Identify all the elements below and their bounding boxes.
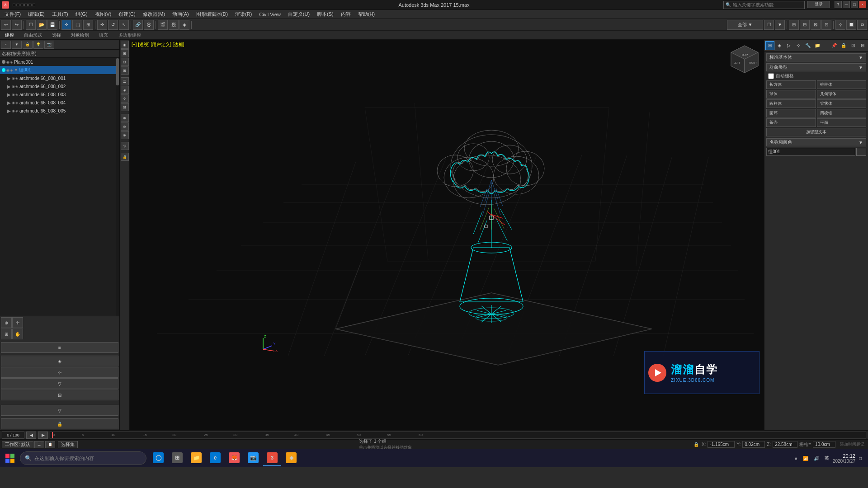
taskbar-app-firefox[interactable]: 🦊 <box>225 450 243 466</box>
type-teapot[interactable]: 茶壶 <box>766 118 816 127</box>
type-cone[interactable]: 锥柱体 <box>817 80 867 89</box>
restore-btn[interactable]: □ <box>851 1 858 8</box>
menu-file[interactable]: 文件(F) <box>1 10 24 19</box>
panel-tab-hierarchy[interactable]: ⊹ <box>794 41 803 50</box>
select-region-btn[interactable]: ⬚ <box>72 20 82 30</box>
tool-lock[interactable]: 🔒 <box>1 418 118 429</box>
tool-select[interactable]: ⊕ <box>1 317 12 328</box>
mode-populate[interactable]: 填充 <box>96 31 111 39</box>
tool-pan[interactable]: ✋ <box>12 328 23 339</box>
menu-render[interactable]: 渲染(R) <box>231 10 255 19</box>
workspace-btn1[interactable]: ☰ <box>34 441 44 448</box>
rotate-btn[interactable]: ↺ <box>108 20 118 30</box>
menu-modifier[interactable]: 修改器(M) <box>139 10 169 19</box>
strip-btn11[interactable]: ⊗ <box>121 131 129 139</box>
select-window-btn[interactable]: ⊞ <box>83 20 93 30</box>
mode-freeform[interactable]: 自由形式 <box>21 31 45 39</box>
close-btn[interactable]: × <box>859 1 866 8</box>
type-pyramid[interactable]: 四棱锥 <box>817 109 867 117</box>
taskbar-app-3dsmax[interactable]: 3 <box>263 450 281 466</box>
type-tube[interactable]: 管状体 <box>817 99 867 108</box>
coord-sys-btn[interactable]: ⊹ <box>835 20 845 30</box>
tree-item-arch001[interactable]: ▶ ◉ ◈ archmodel66_008_001 <box>0 74 119 82</box>
scene-scrollbar-thumb[interactable] <box>116 58 119 85</box>
type-box[interactable]: 长方体 <box>766 80 816 89</box>
tree-item-plane001[interactable]: ◉ ◈ Plane001 <box>0 58 119 66</box>
view-layout-1[interactable]: ⊞ <box>789 20 799 30</box>
strip-btn10[interactable]: ⊘ <box>121 122 129 131</box>
snap-btn[interactable]: 🔲 <box>846 20 856 30</box>
menu-animation[interactable]: 动画(A) <box>169 10 193 19</box>
redo-btn[interactable]: ↪ <box>12 20 22 30</box>
render-btn[interactable]: 🎬 <box>158 20 168 30</box>
strip-btn6[interactable]: ◈ <box>121 86 129 94</box>
taskbar-search[interactable]: 🔍 在这里输入你要搜索的内容 <box>20 451 146 465</box>
new-scene-btn[interactable]: ☐ <box>26 20 36 30</box>
add-time-marker[interactable]: 添加时间标记 <box>838 441 866 447</box>
user-login-btn[interactable]: 登录 <box>807 1 830 8</box>
panel-section-header-namecolor[interactable]: 名称和颜色 ▼ <box>766 138 866 146</box>
filter-dropdown[interactable]: 全部 ▼ <box>727 20 763 30</box>
panel-tab-asset[interactable]: 📁 <box>813 41 822 50</box>
coord-y[interactable]: 0.02cm <box>742 441 765 448</box>
strip-btn12[interactable]: ▽ <box>121 142 129 150</box>
workspace-btn2[interactable]: 📋 <box>45 441 55 448</box>
move-btn[interactable]: ✛ <box>97 20 107 30</box>
tree-item-arch002[interactable]: ▶ ◉ ◈ archmodel66_008_002 <box>0 82 119 90</box>
menu-customize[interactable]: 自定义(U) <box>284 10 313 19</box>
prev-frame-btn[interactable]: ◀ <box>26 432 36 439</box>
tree-item-arch005[interactable]: ▶ ◉ ◈ archmodel66_008_005 <box>0 107 119 115</box>
strip-btn3[interactable]: ⊟ <box>121 58 129 66</box>
menu-graph-editor[interactable]: 图形编辑器(D) <box>193 10 231 19</box>
timeline-track[interactable]: 0 5 10 15 20 25 30 35 40 45 50 55 60 <box>50 432 866 439</box>
next-frame-btn[interactable]: ▶ <box>38 432 48 439</box>
scene-ctrl-filter[interactable]: ▼ <box>12 41 22 49</box>
coord-x[interactable]: -1.165cm <box>708 441 735 448</box>
strip-btn8[interactable]: ⊡ <box>121 103 129 111</box>
tool-move[interactable]: ✛ <box>12 317 23 328</box>
tray-chevron[interactable]: ∧ <box>793 455 799 462</box>
type-enhanced-text[interactable]: 加强型文本 <box>766 128 866 136</box>
tool-extra4[interactable]: ▽ <box>1 378 118 389</box>
panel-tab-command[interactable]: ⊞ <box>765 41 774 50</box>
strip-btn2[interactable]: ⊞ <box>121 49 129 57</box>
scene-scrollbar[interactable] <box>116 58 119 316</box>
panel-pin[interactable]: 📌 <box>830 41 839 50</box>
save-btn[interactable]: 💾 <box>47 20 57 30</box>
panel-tab-utilities[interactable]: 🔧 <box>803 41 812 50</box>
mode-object-paint[interactable]: 对象绘制 <box>68 31 92 39</box>
help-btn[interactable]: ? <box>835 1 842 8</box>
workspace-dropdown[interactable]: 工作区: 默认 <box>2 441 33 448</box>
lock-status-icon[interactable]: 🔒 <box>693 442 699 447</box>
tool-extra3[interactable]: ⊹ <box>1 367 118 378</box>
view-layout-4[interactable]: ⊡ <box>821 20 831 30</box>
grid-size[interactable]: 10.0cm <box>813 441 835 448</box>
tray-volume[interactable]: 🔊 <box>812 455 821 462</box>
name-field[interactable]: 组001 <box>766 148 855 156</box>
menu-civil-view[interactable]: Civil View <box>255 11 284 18</box>
nav-cube[interactable]: TOP LEFT FRONT <box>729 43 760 75</box>
link-btn[interactable]: 🔗 <box>133 20 143 30</box>
auto-grid-checkbox[interactable] <box>768 73 774 79</box>
named-sel-dropdown[interactable]: ▼ <box>775 20 785 30</box>
view-layout-3[interactable]: ⊠ <box>811 20 821 30</box>
taskbar-app-cortana[interactable]: ◯ <box>149 450 167 466</box>
tray-notifications[interactable]: □ <box>857 455 863 462</box>
type-cylinder[interactable]: 圆柱体 <box>766 99 816 108</box>
unlink-btn[interactable]: ⛓ <box>144 20 154 30</box>
type-torus[interactable]: 圆环 <box>766 109 816 117</box>
taskbar-app-app1[interactable]: 📷 <box>244 450 262 466</box>
minimize-btn[interactable]: ─ <box>843 1 850 8</box>
system-clock[interactable]: 20:12 2020/10/27 <box>833 453 855 464</box>
taskbar-app-view[interactable]: ⊞ <box>168 450 186 466</box>
timeline-range[interactable]: 0 / 100 <box>2 432 24 439</box>
taskbar-app-explorer[interactable]: 📁 <box>187 450 205 466</box>
scene-ctrl-1[interactable]: × <box>1 41 11 49</box>
tray-lang[interactable]: 英 <box>823 454 831 462</box>
tool-extra1[interactable]: ≡ <box>1 342 118 353</box>
select-btn[interactable]: ✛ <box>61 20 71 30</box>
menu-tools[interactable]: 工具(T) <box>48 10 72 19</box>
scene-ctrl-camera[interactable]: 📷 <box>44 41 54 49</box>
scene-ctrl-lock[interactable]: 🔒 <box>23 41 33 49</box>
tool-zoom[interactable]: ⊞ <box>1 328 12 339</box>
